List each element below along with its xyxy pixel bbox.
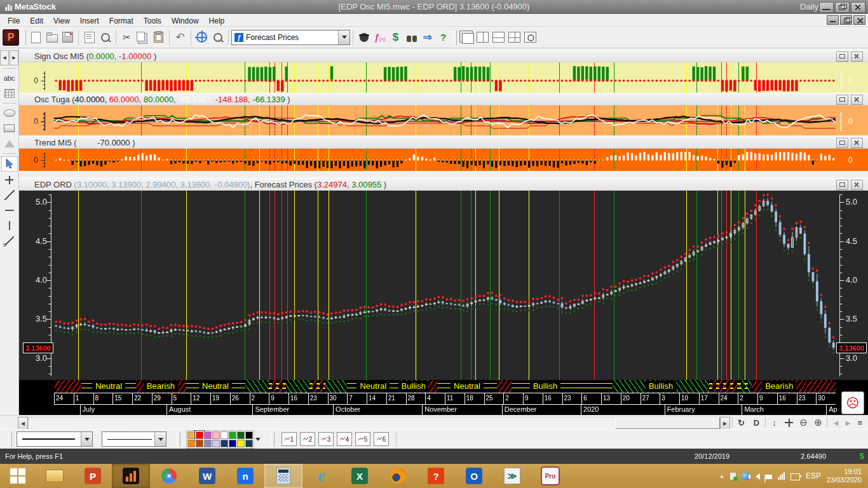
zoom-tool-button[interactable] — [210, 29, 226, 45]
palette-color[interactable] — [196, 431, 203, 439]
menu-item-format[interactable]: Format — [104, 15, 139, 27]
sign-osc-plot[interactable] — [19, 62, 868, 93]
restore-button[interactable] — [835, 2, 850, 13]
panel-close-button[interactable] — [851, 95, 863, 105]
period-back-button[interactable]: ◀ — [0, 50, 9, 65]
rectangle-tool-button[interactable] — [2, 121, 17, 135]
mdi-minimize-button[interactable] — [827, 15, 839, 25]
period-forward-button[interactable]: ▶ — [10, 50, 18, 65]
battery-icon[interactable] — [790, 473, 800, 480]
horizontal-scrollbar[interactable] — [28, 417, 721, 430]
tile-quad-button[interactable] — [506, 29, 522, 45]
color-palette[interactable] — [186, 430, 254, 449]
zoom-prev-button[interactable]: ◀ — [829, 416, 843, 429]
taskbar-word[interactable]: W — [188, 464, 226, 488]
menu-item-edit[interactable]: Edit — [25, 15, 48, 27]
horizontal-line-tool-button[interactable] — [2, 203, 17, 217]
toolbar-grip-2[interactable] — [453, 30, 457, 45]
grid-tool-button[interactable] — [2, 86, 17, 100]
taskbar-metastock[interactable] — [112, 464, 150, 488]
action-center-flag-icon[interactable] — [766, 475, 772, 479]
new-chart-button[interactable] — [28, 29, 44, 45]
vertical-line-tool-button[interactable] — [2, 219, 17, 233]
menu-item-help[interactable]: Help — [204, 15, 230, 27]
scrollbar-thumb[interactable] — [615, 417, 720, 429]
panel-close-button[interactable] — [851, 180, 863, 190]
panel-close-button[interactable] — [851, 138, 863, 148]
trend-mi5-panel-header[interactable]: Trend MI5 (0.00, -70.0000 ) — [19, 136, 868, 149]
template-button-4[interactable]: 4 — [337, 432, 352, 446]
palette-color[interactable] — [196, 440, 203, 447]
explorer-button[interactable] — [403, 29, 419, 45]
go-button[interactable]: ⇒ — [419, 29, 435, 45]
menu-item-tools[interactable]: Tools — [139, 15, 166, 27]
templates-grip[interactable] — [271, 431, 275, 447]
panel-restore-button[interactable] — [836, 180, 848, 190]
ellipse-tool-button[interactable] — [2, 106, 17, 120]
refresh-button[interactable]: ↻ — [735, 416, 748, 429]
panel-restore-button[interactable] — [836, 95, 848, 105]
signal-bars-icon[interactable] — [778, 472, 785, 480]
palette-color[interactable] — [237, 431, 245, 439]
color-palette-arrow[interactable] — [255, 438, 261, 441]
menu-item-file[interactable]: File — [3, 15, 25, 27]
taskbar-excel[interactable]: X — [341, 464, 379, 488]
menu-item-view[interactable]: View — [48, 15, 75, 27]
panel-restore-button[interactable] — [836, 138, 848, 148]
taskbar-chrome[interactable] — [150, 464, 188, 488]
open-button[interactable] — [44, 29, 60, 45]
palette-color[interactable] — [204, 431, 212, 439]
palette-color[interactable] — [220, 431, 228, 439]
speaker-icon[interactable] — [756, 473, 760, 480]
print-preview-button[interactable] — [97, 29, 113, 45]
zoom-in-button[interactable]: ⊕ — [811, 416, 825, 429]
palette-color[interactable] — [229, 440, 236, 447]
menu-item-insert[interactable]: Insert — [75, 15, 104, 27]
cascade-windows-button[interactable] — [459, 29, 475, 45]
palette-color[interactable] — [229, 431, 236, 439]
crosshair-pointer-button[interactable] — [194, 29, 210, 45]
toolbar-grip[interactable] — [22, 30, 26, 45]
taskbar-project[interactable]: ≫ — [493, 464, 531, 488]
taskbar-help[interactable]: ? — [417, 464, 455, 488]
language-indicator[interactable]: ESP — [806, 471, 821, 480]
indicator-quicklist[interactable]: ƒ Forecast Prices — [231, 30, 350, 45]
template-button-5[interactable]: 5 — [355, 432, 370, 446]
palette-color[interactable] — [187, 440, 195, 447]
format-grip[interactable] — [8, 431, 12, 447]
template-button-3[interactable]: 3 — [318, 432, 334, 446]
taskbar-start[interactable] — [0, 464, 36, 488]
close-button[interactable] — [851, 2, 865, 13]
osc-tuga-plot[interactable] — [19, 105, 868, 135]
print-button[interactable] — [81, 29, 97, 45]
taskbar-maxthon[interactable]: n — [226, 464, 264, 488]
undo-button[interactable]: ↶ — [172, 29, 188, 45]
line-weight-arrow[interactable] — [154, 432, 166, 446]
vertical-scale-button[interactable]: ↕ — [768, 416, 781, 429]
mdi-close-button[interactable] — [853, 15, 865, 25]
taskbar-pro[interactable]: Pro — [531, 464, 569, 488]
zoom-next-button[interactable]: ▶ — [841, 416, 855, 429]
taskbar-explorer[interactable] — [36, 464, 74, 488]
line-style-arrow[interactable] — [81, 432, 92, 446]
zoom-out-button[interactable]: ⊖ — [797, 416, 810, 429]
sign-osc-panel-header[interactable]: Sign Osc MI5 (0.0000, -1.00000 ) — [19, 50, 868, 62]
panel-close-button[interactable] — [851, 51, 863, 62]
palette-grip[interactable] — [177, 431, 180, 447]
palette-color[interactable] — [212, 431, 220, 439]
pointer-tool-button[interactable] — [1, 156, 18, 172]
arrange-options-button[interactable] — [522, 29, 538, 45]
price-panel-header[interactable]: EDP ORD (3.10000, 3.13900, 2.99400, 3.13… — [19, 178, 868, 191]
chart-menu-button[interactable]: ≡ — [853, 416, 867, 429]
taskbar-calculator[interactable] — [264, 464, 302, 488]
expert-ribbon[interactable]: NeutralBearishNeutralNeutralBullishNeutr… — [19, 380, 868, 393]
expert-commentary-button[interactable]: ☹ — [841, 391, 864, 414]
mdi-restore-button[interactable] — [840, 15, 852, 25]
trendline-tool-button[interactable] — [2, 188, 17, 202]
palette-color[interactable] — [204, 440, 212, 447]
price-plot[interactable] — [19, 191, 868, 380]
taskbar-ie[interactable]: e — [302, 464, 341, 488]
menu-item-window[interactable]: Window — [166, 15, 204, 27]
pan-button[interactable] — [782, 416, 796, 429]
date-axis[interactable]: 2418152229512192629162330714212841118252… — [19, 393, 868, 405]
